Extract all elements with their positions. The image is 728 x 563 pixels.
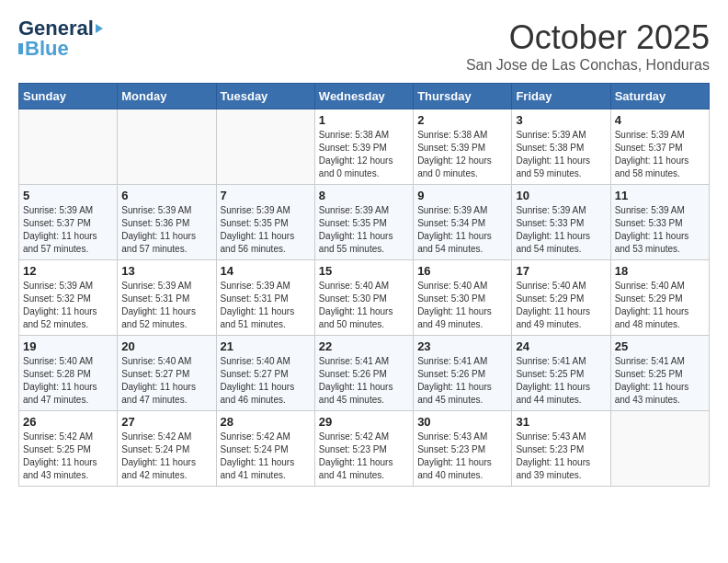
calendar-cell: 4Sunrise: 5:39 AMSunset: 5:37 PMDaylight… (610, 109, 709, 185)
day-info: Sunrise: 5:39 AMSunset: 5:34 PMDaylight:… (417, 204, 507, 256)
calendar-cell: 8Sunrise: 5:39 AMSunset: 5:35 PMDaylight… (314, 185, 413, 260)
calendar-cell: 16Sunrise: 5:40 AMSunset: 5:30 PMDayligh… (414, 260, 512, 336)
day-number: 1 (319, 113, 409, 127)
calendar-cell: 20Sunrise: 5:40 AMSunset: 5:27 PMDayligh… (118, 336, 216, 411)
day-info: Sunrise: 5:43 AMSunset: 5:23 PMDaylight:… (516, 431, 606, 482)
page-header: General Blue October 2025 San Jose de La… (18, 18, 710, 74)
calendar-cell: 6Sunrise: 5:39 AMSunset: 5:36 PMDaylight… (118, 185, 216, 260)
day-info: Sunrise: 5:39 AMSunset: 5:37 PMDaylight:… (615, 129, 705, 180)
weekday-header-sunday: Sunday (19, 84, 118, 109)
day-number: 3 (516, 113, 606, 127)
day-number: 17 (516, 264, 606, 278)
calendar-cell (118, 109, 216, 185)
day-info: Sunrise: 5:41 AMSunset: 5:25 PMDaylight:… (615, 355, 705, 407)
day-info: Sunrise: 5:39 AMSunset: 5:31 PMDaylight:… (221, 280, 311, 331)
day-number: 31 (516, 415, 606, 429)
calendar-cell: 26Sunrise: 5:42 AMSunset: 5:25 PMDayligh… (19, 411, 118, 487)
logo: General Blue (18, 18, 103, 59)
weekday-header-saturday: Saturday (610, 84, 709, 109)
day-number: 25 (615, 339, 705, 353)
calendar-title: October 2025 (466, 18, 710, 57)
weekday-header-thursday: Thursday (414, 84, 512, 109)
day-number: 23 (417, 339, 507, 353)
weekday-header-wednesday: Wednesday (314, 84, 413, 109)
day-info: Sunrise: 5:41 AMSunset: 5:25 PMDaylight:… (516, 355, 606, 407)
day-info: Sunrise: 5:40 AMSunset: 5:29 PMDaylight:… (615, 280, 705, 331)
calendar-cell: 12Sunrise: 5:39 AMSunset: 5:32 PMDayligh… (19, 260, 118, 336)
day-number: 5 (23, 189, 113, 202)
day-info: Sunrise: 5:39 AMSunset: 5:37 PMDaylight:… (23, 204, 113, 256)
day-number: 24 (516, 339, 606, 353)
calendar-cell: 21Sunrise: 5:40 AMSunset: 5:27 PMDayligh… (216, 336, 314, 411)
logo-blue: Blue (25, 39, 69, 59)
logo-bar-icon (18, 43, 23, 54)
day-info: Sunrise: 5:40 AMSunset: 5:29 PMDaylight:… (516, 280, 606, 331)
day-info: Sunrise: 5:41 AMSunset: 5:26 PMDaylight:… (417, 355, 507, 407)
day-info: Sunrise: 5:40 AMSunset: 5:30 PMDaylight:… (319, 280, 409, 331)
calendar-cell: 3Sunrise: 5:39 AMSunset: 5:38 PMDaylight… (512, 109, 610, 185)
day-number: 7 (221, 189, 311, 202)
day-info: Sunrise: 5:42 AMSunset: 5:24 PMDaylight:… (121, 431, 211, 482)
day-number: 12 (23, 264, 113, 278)
calendar-cell: 9Sunrise: 5:39 AMSunset: 5:34 PMDaylight… (414, 185, 512, 260)
day-number: 4 (615, 113, 705, 127)
day-number: 11 (615, 189, 705, 202)
calendar-week-0: 1Sunrise: 5:38 AMSunset: 5:39 PMDaylight… (19, 109, 710, 185)
day-number: 15 (319, 264, 409, 278)
calendar-cell (19, 109, 118, 185)
day-number: 20 (121, 339, 211, 353)
calendar-subtitle: San Jose de Las Conchas, Honduras (466, 57, 710, 74)
day-number: 6 (121, 189, 211, 202)
logo-general: General (18, 18, 94, 39)
day-info: Sunrise: 5:39 AMSunset: 5:38 PMDaylight:… (516, 129, 606, 180)
day-info: Sunrise: 5:40 AMSunset: 5:27 PMDaylight:… (121, 355, 211, 407)
day-info: Sunrise: 5:43 AMSunset: 5:23 PMDaylight:… (417, 431, 507, 482)
day-number: 30 (417, 415, 507, 429)
day-number: 8 (319, 189, 409, 202)
calendar-week-4: 26Sunrise: 5:42 AMSunset: 5:25 PMDayligh… (19, 411, 710, 487)
calendar-cell: 10Sunrise: 5:39 AMSunset: 5:33 PMDayligh… (512, 185, 610, 260)
weekday-header-tuesday: Tuesday (216, 84, 314, 109)
calendar-cell: 22Sunrise: 5:41 AMSunset: 5:26 PMDayligh… (314, 336, 413, 411)
day-info: Sunrise: 5:39 AMSunset: 5:36 PMDaylight:… (121, 204, 211, 256)
day-number: 10 (516, 189, 606, 202)
day-info: Sunrise: 5:38 AMSunset: 5:39 PMDaylight:… (417, 129, 507, 180)
day-info: Sunrise: 5:42 AMSunset: 5:24 PMDaylight:… (221, 431, 311, 482)
calendar-cell: 14Sunrise: 5:39 AMSunset: 5:31 PMDayligh… (216, 260, 314, 336)
calendar-cell: 24Sunrise: 5:41 AMSunset: 5:25 PMDayligh… (512, 336, 610, 411)
calendar-cell: 19Sunrise: 5:40 AMSunset: 5:28 PMDayligh… (19, 336, 118, 411)
calendar-cell (216, 109, 314, 185)
calendar-cell (610, 411, 709, 487)
day-number: 14 (221, 264, 311, 278)
day-number: 22 (319, 339, 409, 353)
day-info: Sunrise: 5:38 AMSunset: 5:39 PMDaylight:… (319, 129, 409, 180)
day-number: 9 (417, 189, 507, 202)
day-number: 21 (221, 339, 311, 353)
day-info: Sunrise: 5:39 AMSunset: 5:35 PMDaylight:… (319, 204, 409, 256)
day-number: 19 (23, 339, 113, 353)
calendar-week-3: 19Sunrise: 5:40 AMSunset: 5:28 PMDayligh… (19, 336, 710, 411)
weekday-header-friday: Friday (512, 84, 610, 109)
calendar-cell: 5Sunrise: 5:39 AMSunset: 5:37 PMDaylight… (19, 185, 118, 260)
calendar-body: 1Sunrise: 5:38 AMSunset: 5:39 PMDaylight… (19, 109, 710, 487)
calendar-cell: 31Sunrise: 5:43 AMSunset: 5:23 PMDayligh… (512, 411, 610, 487)
title-area: October 2025 San Jose de Las Conchas, Ho… (466, 18, 710, 74)
calendar-cell: 1Sunrise: 5:38 AMSunset: 5:39 PMDaylight… (314, 109, 413, 185)
calendar-week-2: 12Sunrise: 5:39 AMSunset: 5:32 PMDayligh… (19, 260, 710, 336)
day-info: Sunrise: 5:39 AMSunset: 5:35 PMDaylight:… (221, 204, 311, 256)
calendar-cell: 29Sunrise: 5:42 AMSunset: 5:23 PMDayligh… (314, 411, 413, 487)
day-info: Sunrise: 5:42 AMSunset: 5:25 PMDaylight:… (23, 431, 113, 482)
day-info: Sunrise: 5:39 AMSunset: 5:31 PMDaylight:… (121, 280, 211, 331)
day-number: 16 (417, 264, 507, 278)
calendar-header: SundayMondayTuesdayWednesdayThursdayFrid… (19, 84, 710, 109)
calendar-cell: 2Sunrise: 5:38 AMSunset: 5:39 PMDaylight… (414, 109, 512, 185)
calendar-cell: 13Sunrise: 5:39 AMSunset: 5:31 PMDayligh… (118, 260, 216, 336)
weekday-row: SundayMondayTuesdayWednesdayThursdayFrid… (19, 84, 710, 109)
day-info: Sunrise: 5:40 AMSunset: 5:27 PMDaylight:… (221, 355, 311, 407)
day-number: 2 (417, 113, 507, 127)
calendar-cell: 11Sunrise: 5:39 AMSunset: 5:33 PMDayligh… (610, 185, 709, 260)
day-info: Sunrise: 5:42 AMSunset: 5:23 PMDaylight:… (319, 431, 409, 482)
day-info: Sunrise: 5:39 AMSunset: 5:33 PMDaylight:… (516, 204, 606, 256)
day-number: 18 (615, 264, 705, 278)
calendar-cell: 25Sunrise: 5:41 AMSunset: 5:25 PMDayligh… (610, 336, 709, 411)
